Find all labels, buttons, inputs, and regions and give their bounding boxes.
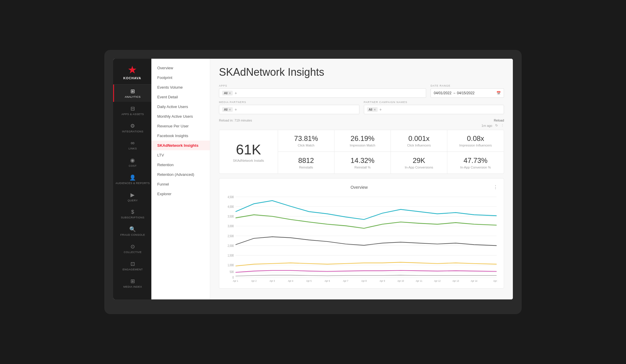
svg-text:3,000: 3,000	[227, 224, 234, 228]
partner-campaign-filter-group: PARTNER CAMPAIGN NAMES All ✕ +	[364, 101, 504, 114]
sidebar-item-label: MEDIA INDEX	[123, 285, 142, 288]
laptop-frame: ★ KOCHAVA ⊞ ANALYTICS ⊟ APPS & ASSETS ⚙ …	[104, 50, 522, 314]
top-area: Overview Footprint Events Volume Event D…	[151, 59, 513, 299]
svg-text:Apr 13: Apr 13	[452, 279, 459, 282]
sidebar-item-subscriptions[interactable]: $ SUBSCRIPTIONS	[113, 205, 151, 223]
collective-icon: ⊙	[130, 243, 135, 250]
sidebar-item-links[interactable]: ∞ LINKS	[113, 136, 151, 154]
media-partners-tag: All ✕	[222, 107, 233, 112]
top-meta: 1m ago ↻ ⋮	[219, 124, 504, 127]
nav-funnel[interactable]: Funnel	[151, 179, 210, 189]
apps-filter-group: APPS All ✕ +	[219, 84, 426, 98]
last-updated: 1m ago	[481, 124, 492, 127]
sidebar-item-integrations[interactable]: ⚙ INTEGRATIONS	[113, 119, 151, 136]
svg-text:Apr 14: Apr 14	[471, 279, 477, 282]
date-range-value: 04/01/2022 → 04/15/2022	[434, 91, 495, 95]
chart-section: Overview ⋮ 4,500 4,000 3,500 3,000 2,500	[219, 178, 504, 289]
media-index-icon: ⊞	[130, 278, 135, 284]
chart-menu-icon[interactable]: ⋮	[493, 184, 498, 190]
nav-revenue-per-user[interactable]: Revenue Per User	[151, 121, 210, 131]
svg-text:4,000: 4,000	[227, 205, 234, 208]
sidebar-item-apps-assets[interactable]: ⊟ APPS & ASSETS	[113, 102, 151, 119]
fraud-icon: 🔍	[129, 226, 136, 232]
reload-info: Reload in: 719 minutes Reload	[219, 119, 504, 122]
inapp-conversions-label: In-App Conversions	[405, 166, 433, 169]
svg-text:Apr 10: Apr 10	[397, 279, 404, 282]
svg-text:0: 0	[232, 276, 234, 279]
apps-filter-add-icon[interactable]: +	[235, 91, 237, 95]
sidebar-item-label: ANALYTICS	[125, 95, 141, 98]
nav-monthly-active-users[interactable]: Monthly Active Users	[151, 112, 210, 121]
reinstalls-value: 8812	[298, 156, 314, 165]
media-partners-close-icon[interactable]: ✕	[229, 108, 231, 111]
sidebar-item-label: INTEGRATIONS	[122, 130, 143, 133]
partner-campaign-add-icon[interactable]: +	[379, 107, 382, 112]
click-match-label: Click Match	[298, 144, 314, 147]
click-match-value: 73.81%	[294, 134, 318, 143]
media-partners-input[interactable]: All ✕ +	[219, 105, 359, 114]
impression-influencers-value: 0.08x	[467, 134, 484, 143]
chart-header: Overview ⋮	[225, 184, 498, 190]
date-filter-group: DATE RANGE 04/01/2022 → 04/15/2022 📅	[431, 84, 504, 98]
apps-filter-close-icon[interactable]: ✕	[229, 92, 231, 95]
sidebar-item-audiences[interactable]: 👤 AUDIENCES & REPORTS	[113, 171, 151, 188]
nav-explorer[interactable]: Explorer	[151, 189, 210, 199]
skad-installs-label: SKAdNetwork Installs	[233, 159, 264, 162]
sidebar-item-media-index[interactable]: ⊞ MEDIA INDEX	[113, 274, 151, 292]
sidebar-item-label: FRAUD CONSOLE	[120, 233, 145, 236]
media-partners-label: MEDIA PARTNERS	[219, 101, 359, 104]
sidebar-item-label: SUBSCRIPTIONS	[121, 216, 144, 219]
media-partners-add-icon[interactable]: +	[235, 107, 237, 112]
apps-filter-input[interactable]: All ✕ +	[219, 88, 426, 98]
apps-filter-value: All	[224, 91, 227, 95]
calendar-icon[interactable]: 📅	[496, 91, 501, 95]
sidebar-item-collective[interactable]: ⊙ COLLECTIVE	[113, 240, 151, 257]
metric-main-card: 61K SKAdNetwork Installs	[219, 130, 278, 173]
subscriptions-icon: $	[131, 209, 134, 215]
sidebar-item-fraud-console[interactable]: 🔍 FRAUD CONSOLE	[113, 223, 151, 240]
partner-campaign-input[interactable]: All ✕ +	[364, 105, 504, 114]
sidebar-item-cost[interactable]: ◉ COST	[113, 154, 151, 171]
screen: ★ KOCHAVA ⊞ ANALYTICS ⊟ APPS & ASSETS ⚙ …	[113, 59, 513, 299]
refresh-icon[interactable]: ↻	[495, 124, 498, 127]
svg-text:Apr 5: Apr 5	[306, 279, 312, 282]
sidebar-item-query[interactable]: ▶ QUERY	[113, 188, 151, 205]
cost-icon: ◉	[130, 157, 135, 164]
nav-daily-active-users[interactable]: Daily Active Users	[151, 102, 210, 112]
nav-overview[interactable]: Overview	[151, 63, 210, 73]
reinstall-pct-label: Reinstall %	[354, 166, 371, 169]
overview-chart: 4,500 4,000 3,500 3,000 2,500 2,000 1,50…	[225, 194, 498, 282]
nav-skadnetwork-insights[interactable]: SKAdNetwork Insights	[151, 141, 210, 150]
metric-reinstall-pct: 14.32% Reinstall %	[334, 152, 391, 173]
nav-retention[interactable]: Retention	[151, 160, 210, 170]
sidebar-item-analytics[interactable]: ⊞ ANALYTICS	[113, 85, 151, 102]
metric-impression-influencers: 0.08x Impression Influencers	[447, 130, 504, 152]
nav-facebook-insights[interactable]: Facebook Insights	[151, 131, 210, 141]
more-options-icon[interactable]: ⋮	[501, 124, 504, 127]
partner-campaign-tag: All ✕	[367, 107, 378, 112]
partner-campaign-label: PARTNER CAMPAIGN NAMES	[364, 101, 504, 104]
nav-ltv[interactable]: LTV	[151, 150, 210, 160]
date-filter-input[interactable]: 04/01/2022 → 04/15/2022 📅	[431, 88, 504, 98]
nav-event-detail[interactable]: Event Detail	[151, 92, 210, 102]
svg-text:Apr 3: Apr 3	[270, 279, 275, 282]
nav-retention-advanced[interactable]: Retention (Advanced)	[151, 170, 210, 179]
apps-assets-icon: ⊟	[130, 105, 135, 112]
audiences-icon: 👤	[129, 174, 136, 181]
logo-text: KOCHAVA	[123, 76, 141, 80]
metrics-grid: 73.81% Click Match 26.19% Impression Mat…	[278, 130, 504, 173]
svg-text:Apr 7: Apr 7	[343, 279, 348, 282]
click-influencers-value: 0.001x	[408, 134, 429, 143]
metric-inapp-conversions: 29K In-App Conversions	[391, 152, 447, 173]
integrations-icon: ⚙	[130, 123, 135, 129]
sidebar-item-engagement[interactable]: ⊡ ENGAGEMENT	[113, 257, 151, 274]
sidebar-item-label: ENGAGEMENT	[123, 268, 143, 271]
nav-events-volume[interactable]: Events Volume	[151, 82, 210, 92]
reload-button[interactable]: Reload	[494, 119, 504, 122]
metrics-section: 61K SKAdNetwork Installs 73.81% Click Ma…	[219, 130, 504, 174]
partner-campaign-close-icon[interactable]: ✕	[374, 108, 376, 111]
nav-footprint[interactable]: Footprint	[151, 73, 210, 82]
chart-title: Overview	[225, 185, 493, 190]
svg-text:2,000: 2,000	[227, 244, 234, 247]
inapp-conversion-pct-value: 47.73%	[463, 156, 487, 165]
